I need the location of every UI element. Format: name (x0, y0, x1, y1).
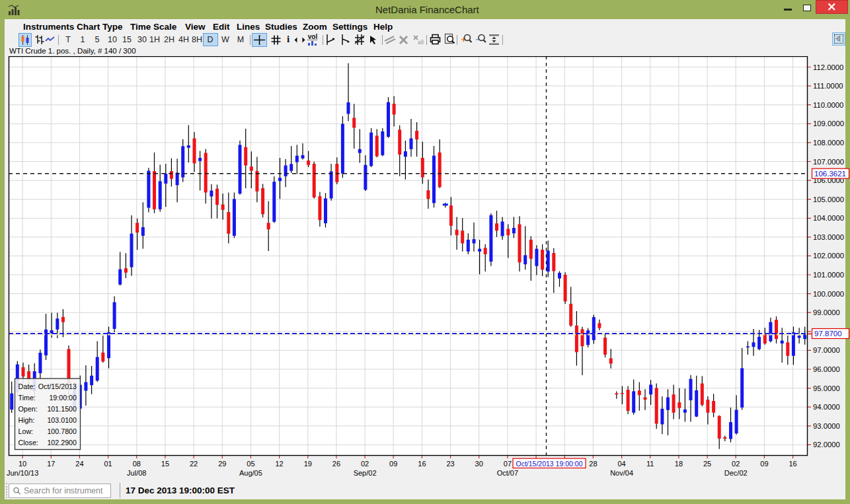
svg-text:105.0000: 105.0000 (813, 196, 844, 203)
svg-text:19:00:00: 19:00:00 (49, 394, 77, 402)
svg-text:96.0000: 96.0000 (813, 365, 840, 373)
svg-text:18: 18 (675, 460, 683, 468)
svg-text:102.0000: 102.0000 (813, 252, 844, 260)
svg-text:08: 08 (133, 460, 141, 468)
svg-text:109.0000: 109.0000 (813, 120, 844, 127)
svg-text:16: 16 (789, 460, 796, 468)
svg-text:04: 04 (617, 460, 625, 468)
svg-text:92.0000: 92.0000 (813, 441, 840, 449)
svg-text:05: 05 (247, 460, 254, 468)
svg-text:07: 07 (504, 460, 512, 468)
svg-text:24: 24 (75, 460, 83, 468)
svg-text:12: 12 (275, 460, 283, 468)
svg-text:102.2900: 102.2900 (47, 439, 77, 447)
svg-text:25: 25 (703, 460, 711, 468)
svg-text:11: 11 (646, 460, 654, 468)
svg-text:94.0000: 94.0000 (813, 403, 840, 411)
svg-text:103.0000: 103.0000 (813, 233, 844, 241)
svg-text:95.0000: 95.0000 (813, 384, 840, 392)
svg-text:101.1500: 101.1500 (47, 405, 77, 413)
svg-text:Sep/02: Sep/02 (354, 469, 377, 477)
svg-text:Dec/02: Dec/02 (724, 469, 748, 477)
svg-text:Oct/07: Oct/07 (497, 469, 518, 477)
svg-text:99.0000: 99.0000 (813, 308, 840, 316)
svg-text:Date:: Date: (19, 382, 36, 390)
svg-text:Low:: Low: (19, 427, 34, 435)
svg-text:26: 26 (332, 460, 340, 468)
svg-text:93.0000: 93.0000 (813, 422, 840, 430)
svg-text:19: 19 (304, 460, 312, 468)
svg-text:Nov/04: Nov/04 (610, 469, 633, 477)
svg-text:10: 10 (19, 460, 26, 468)
svg-text:all: all (418, 39, 424, 46)
svg-text:97.0000: 97.0000 (813, 346, 840, 354)
svg-text:Open:: Open: (19, 405, 38, 413)
svg-text:Time:: Time: (19, 394, 36, 402)
svg-text:Oct/15/2013 19:00:00: Oct/15/2013 19:00:00 (516, 460, 583, 468)
svg-text:107.0000: 107.0000 (813, 158, 844, 166)
svg-text:01: 01 (104, 460, 112, 468)
svg-text:29: 29 (218, 460, 226, 468)
svg-text:104.0000: 104.0000 (813, 214, 844, 222)
svg-text:Jun/10/13: Jun/10/13 (7, 469, 38, 477)
svg-text:100.0000: 100.0000 (813, 290, 844, 298)
svg-text:103.0100: 103.0100 (47, 416, 77, 424)
svg-text:111.0000: 111.0000 (813, 82, 843, 90)
svg-text:09: 09 (760, 460, 768, 468)
svg-text:23: 23 (446, 460, 454, 468)
svg-text:108.0000: 108.0000 (813, 139, 844, 147)
svg-text:15: 15 (161, 460, 169, 468)
svg-text:High:: High: (19, 416, 35, 424)
svg-text:100.7800: 100.7800 (47, 427, 77, 435)
svg-text:110.0000: 110.0000 (813, 101, 843, 109)
svg-text:09: 09 (389, 460, 397, 468)
svg-text:02: 02 (732, 460, 740, 468)
svg-text:17: 17 (47, 460, 55, 468)
svg-text:Aug/05: Aug/05 (239, 469, 262, 477)
svg-text:112.0000: 112.0000 (813, 63, 843, 71)
svg-text:Close:: Close: (19, 439, 38, 447)
svg-text:22: 22 (190, 460, 198, 468)
svg-text:30: 30 (475, 460, 483, 468)
svg-text:106.3621: 106.3621 (814, 170, 846, 178)
svg-text:28: 28 (589, 460, 597, 468)
svg-text:97.8700: 97.8700 (814, 330, 842, 338)
svg-text:101.0000: 101.0000 (813, 271, 844, 279)
svg-text:Oct/15/2013: Oct/15/2013 (38, 382, 77, 390)
svg-text:Jul/08: Jul/08 (127, 469, 146, 477)
svg-text:02: 02 (361, 460, 369, 468)
svg-text:16: 16 (418, 460, 426, 468)
